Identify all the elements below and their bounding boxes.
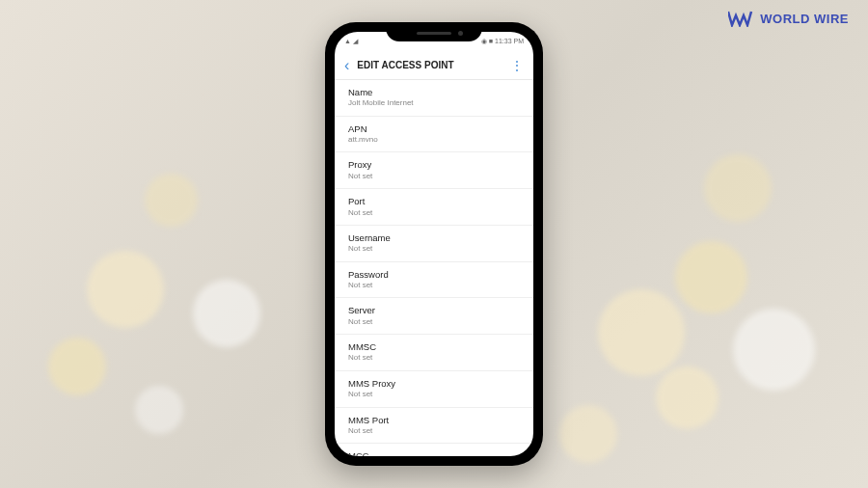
setting-value: Not set [348,281,520,290]
setting-mcc[interactable]: MCC (Keep default) [335,444,533,456]
setting-mms-proxy[interactable]: MMS Proxy Not set [335,371,533,408]
status-right: ◉ ■ 11:33 PM [481,38,524,45]
setting-mms-port[interactable]: MMS Port Not set [335,408,533,445]
phone-frame: ▲ ◢ ◉ ■ 11:33 PM ‹ EDIT ACCESS POINT ⋮ N… [325,22,543,466]
setting-mmsc[interactable]: MMSC Not set [335,335,533,371]
status-left: ▲ ◢ [344,38,358,45]
setting-label: MMS Proxy [348,378,520,390]
setting-label: MMS Port [348,415,520,426]
setting-label: Password [348,269,520,281]
brand-text: WORLD WIRE [760,12,849,26]
brand-logo: WORLD WIRE [728,10,849,27]
network-icon: ◢ [353,38,358,45]
app-header: ‹ EDIT ACCESS POINT ⋮ [335,51,533,80]
brand-icon [728,10,755,27]
setting-server[interactable]: Server Not set [335,298,533,335]
setting-label: Port [348,196,520,207]
setting-label: Name [348,87,520,98]
setting-value: Not set [348,426,520,436]
setting-value: Not set [348,317,520,327]
setting-port[interactable]: Port Not set [335,189,533,226]
setting-apn[interactable]: APN att.mvno [335,117,533,153]
more-options-button[interactable]: ⋮ [510,58,524,73]
setting-value: Not set [348,208,520,218]
settings-list[interactable]: Name Jolt Mobile Internet APN att.mvno P… [335,80,533,456]
setting-label: MCC [348,450,520,456]
setting-password[interactable]: Password Not set [335,262,533,299]
setting-value: Not set [348,390,520,399]
phone-screen: ▲ ◢ ◉ ■ 11:33 PM ‹ EDIT ACCESS POINT ⋮ N… [335,32,533,456]
setting-label: APN [348,123,520,135]
setting-label: Server [348,305,520,316]
setting-value: att.mvno [348,135,520,145]
setting-value: Jolt Mobile Internet [348,98,520,108]
setting-value: Not set [348,244,520,254]
setting-value: Not set [348,172,520,181]
phone-notch [386,22,482,41]
setting-value: Not set [348,353,520,363]
setting-proxy[interactable]: Proxy Not set [335,152,533,189]
status-indicators: ◉ ■ 11:33 PM [481,38,524,45]
header-title: EDIT ACCESS POINT [357,60,510,70]
setting-label: Proxy [348,159,520,171]
back-button[interactable]: ‹ [344,57,349,74]
setting-label: Username [348,232,520,244]
setting-username[interactable]: Username Not set [335,226,533,262]
setting-name[interactable]: Name Jolt Mobile Internet [335,80,533,117]
signal-icon: ▲ [344,38,351,45]
setting-label: MMSC [348,341,520,353]
